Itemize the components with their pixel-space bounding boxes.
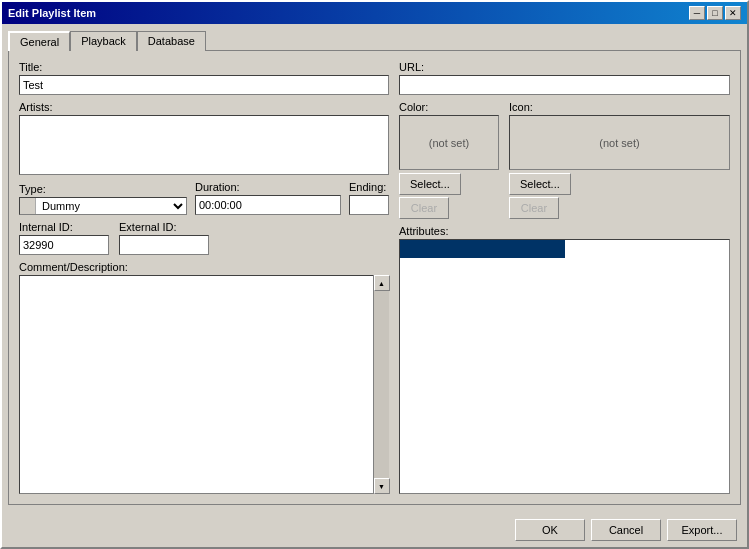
ending-group: Ending: bbox=[349, 181, 389, 215]
scroll-up-arrow[interactable]: ▲ bbox=[374, 275, 390, 291]
url-input[interactable] bbox=[399, 75, 730, 95]
icon-preview-box: (not set) bbox=[509, 115, 730, 170]
color-section: Color: (not set) Select... Clear bbox=[399, 101, 499, 219]
edit-playlist-item-window: Edit Playlist Item ─ □ ✕ General Playbac… bbox=[0, 0, 749, 549]
comment-textarea[interactable] bbox=[19, 275, 389, 494]
ok-button[interactable]: OK bbox=[515, 519, 585, 541]
internal-id-label: Internal ID: bbox=[19, 221, 109, 233]
ending-input[interactable] bbox=[349, 195, 389, 215]
type-select[interactable]: Dummy Audio Video bbox=[36, 198, 186, 214]
artists-field-group: Artists: bbox=[19, 101, 389, 175]
comment-scrollbar: ▲ ▼ bbox=[373, 275, 389, 494]
ids-row: Internal ID: External ID: bbox=[19, 221, 389, 255]
attributes-box[interactable] bbox=[399, 239, 730, 494]
tab-general[interactable]: General bbox=[8, 31, 70, 51]
duration-input[interactable] bbox=[195, 195, 341, 215]
duration-label: Duration: bbox=[195, 181, 341, 193]
icon-clear-button[interactable]: Clear bbox=[509, 197, 559, 219]
icon-select-button[interactable]: Select... bbox=[509, 173, 571, 195]
color-preview-box: (not set) bbox=[399, 115, 499, 170]
export-button[interactable]: Export... bbox=[667, 519, 737, 541]
ending-label: Ending: bbox=[349, 181, 389, 193]
url-field-group: URL: bbox=[399, 61, 730, 95]
duration-group: Duration: bbox=[195, 181, 341, 215]
comment-scroll-wrap: ▲ ▼ bbox=[19, 275, 389, 494]
type-group: Type: Dummy Audio Video bbox=[19, 183, 187, 215]
right-column: URL: Color: (not set) Select... bbox=[399, 61, 730, 494]
title-input[interactable] bbox=[19, 75, 389, 95]
attributes-section: Attributes: bbox=[399, 225, 730, 494]
icon-section: Icon: (not set) Select... Clear bbox=[509, 101, 730, 219]
color-clear-button[interactable]: Clear bbox=[399, 197, 449, 219]
external-id-group: External ID: bbox=[119, 221, 209, 255]
cancel-button[interactable]: Cancel bbox=[591, 519, 661, 541]
main-area: Title: Artists: Type: bbox=[19, 61, 730, 494]
title-bar-buttons: ─ □ ✕ bbox=[689, 6, 741, 20]
title-field-group: Title: bbox=[19, 61, 389, 95]
attributes-label: Attributes: bbox=[399, 225, 730, 237]
scroll-down-arrow[interactable]: ▼ bbox=[374, 478, 390, 494]
url-label: URL: bbox=[399, 61, 730, 73]
color-select-button[interactable]: Select... bbox=[399, 173, 461, 195]
window-title: Edit Playlist Item bbox=[8, 7, 96, 19]
minimize-button[interactable]: ─ bbox=[689, 6, 705, 20]
type-duration-row: Type: Dummy Audio Video D bbox=[19, 181, 389, 215]
window-content: General Playback Database Title: Artists bbox=[2, 24, 747, 511]
internal-id-input[interactable] bbox=[19, 235, 109, 255]
footer: OK Cancel Export... bbox=[2, 511, 747, 547]
tab-playback[interactable]: Playback bbox=[70, 31, 137, 51]
tab-database[interactable]: Database bbox=[137, 31, 206, 51]
scroll-track bbox=[374, 291, 389, 478]
maximize-button[interactable]: □ bbox=[707, 6, 723, 20]
close-button[interactable]: ✕ bbox=[725, 6, 741, 20]
external-id-input[interactable] bbox=[119, 235, 209, 255]
external-id-label: External ID: bbox=[119, 221, 209, 233]
artists-area[interactable] bbox=[19, 115, 389, 175]
type-checkbox[interactable] bbox=[20, 198, 36, 214]
color-icon-area: Color: (not set) Select... Clear Icon: bbox=[399, 101, 730, 219]
title-label: Title: bbox=[19, 61, 389, 73]
type-label: Type: bbox=[19, 183, 187, 195]
color-label: Color: bbox=[399, 101, 499, 113]
comment-label: Comment/Description: bbox=[19, 261, 389, 273]
tab-content-general: Title: Artists: Type: bbox=[8, 50, 741, 505]
type-wrapper: Dummy Audio Video bbox=[19, 197, 187, 215]
title-bar: Edit Playlist Item ─ □ ✕ bbox=[2, 2, 747, 24]
internal-id-group: Internal ID: bbox=[19, 221, 109, 255]
comment-field-group: Comment/Description: ▲ ▼ bbox=[19, 261, 389, 494]
attributes-header-row bbox=[400, 240, 565, 258]
tab-bar: General Playback Database bbox=[8, 30, 741, 50]
left-column: Title: Artists: Type: bbox=[19, 61, 389, 494]
icon-label: Icon: bbox=[509, 101, 730, 113]
artists-label: Artists: bbox=[19, 101, 389, 113]
